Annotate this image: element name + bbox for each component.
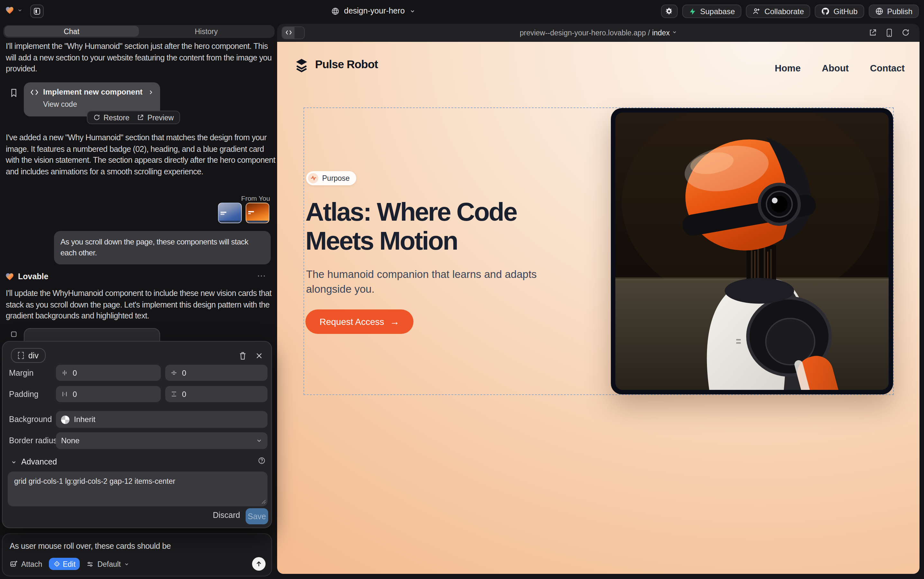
attach-image-icon [10,560,18,568]
element-tag: div [28,351,39,360]
transparency-swatch-icon [61,415,69,424]
padding-label: Padding [9,390,39,399]
github-button[interactable]: GitHub [815,5,864,18]
settings-button[interactable] [661,5,678,18]
border-radius-label: Border radius [9,436,57,445]
target-icon [53,560,60,568]
site-canvas: Pulse Robot Home About Contact Purpose A… [277,41,919,574]
save-button[interactable]: Save [246,508,268,524]
border-radius-select[interactable]: None [56,432,268,449]
view-code-link[interactable]: View code [43,100,153,108]
nav-contact[interactable]: Contact [870,63,905,73]
chat-composer[interactable]: As user mouse roll over, these cards sho… [2,533,272,576]
chevron-down-icon [124,561,129,566]
chevron-down-icon [256,437,262,444]
request-access-button[interactable]: Request Access → [305,309,414,334]
preview-button[interactable]: Preview [137,114,174,121]
advanced-toggle[interactable]: Advanced [11,457,57,466]
lovable-heart-icon [5,6,14,15]
resize-handle-icon[interactable] [260,499,266,504]
site-nav: Home About Contact [775,63,905,73]
publish-button[interactable]: Publish [868,5,919,18]
preview-panel: preview--design-your-hero.lovable.app / … [277,23,919,574]
chevron-down-icon [409,8,415,14]
topbar: design-your-hero Supabase Collaborate Gi… [0,0,924,23]
composer-draft-text[interactable]: As user mouse roll over, these cards sho… [10,542,171,551]
tab-history[interactable]: History [139,26,274,37]
site-brand[interactable]: Pulse Robot [294,57,378,72]
chat-mode-select[interactable]: Default [87,560,129,568]
padding-y-input[interactable]: 0 [165,386,268,402]
attach-button[interactable]: Attach [10,560,42,568]
send-button[interactable] [252,557,266,571]
close-icon[interactable] [255,352,263,360]
project-name: design-your-hero [344,7,405,15]
gear-icon [665,7,674,15]
padding-x-icon [61,391,68,397]
chevron-down-icon [17,8,23,13]
preview-url[interactable]: preview--design-your-hero.lovable.app / … [277,29,919,36]
purpose-badge: Purpose [306,171,356,185]
edit-mode-button[interactable]: Edit [49,558,80,570]
sidebar-toggle-button[interactable] [30,5,44,18]
hero-robot-card [611,108,893,394]
refresh-icon[interactable] [901,28,910,37]
person-plus-icon [752,7,761,15]
background-label: Background [9,415,52,424]
margin-x-input[interactable]: 0 [56,365,161,381]
lovable-menu[interactable] [5,6,23,15]
component-title: Implement new component [43,87,144,96]
more-options-icon[interactable] [257,275,266,277]
chat-panel: Chat History I'll implement the "Why Hum… [0,23,277,579]
margin-label: Margin [9,369,33,378]
assistant-message-3: I'll update the WhyHumanoid component to… [6,288,278,322]
code-icon [30,88,39,95]
assistant-name: Lovable [18,272,49,281]
robot-image [615,113,888,390]
attachment-thumbnail-blue[interactable] [218,203,242,223]
restore-button[interactable]: Restore [93,114,129,121]
margin-x-icon [61,369,68,376]
version-actions: Restore Preview [87,111,180,124]
pulse-icon [308,173,318,183]
assistant-header: Lovable [5,272,49,281]
trash-icon[interactable] [238,351,247,360]
tab-chat[interactable]: Chat [4,26,139,37]
hero-heading: Atlas: Where Code Meets Motion [305,197,517,255]
padding-x-input[interactable]: 0 [56,386,161,402]
mobile-view-icon[interactable] [885,28,893,37]
supabase-button[interactable]: Supabase [682,5,741,18]
publish-globe-icon [875,7,883,15]
from-you-label: From You [241,194,270,202]
padding-y-icon [170,391,178,397]
hero-subtitle: The humanoid companion that learns and a… [306,267,566,297]
collaborate-button[interactable]: Collaborate [746,5,810,18]
lovable-heart-icon [5,272,14,281]
element-outline-icon [18,352,24,359]
component-icon-partial [10,331,17,338]
margin-y-icon [170,369,178,376]
globe-icon [331,7,340,15]
chat-tabs: Chat History [3,25,274,38]
sliders-icon [87,560,94,568]
layers-icon [294,57,309,72]
margin-y-input[interactable]: 0 [165,365,268,381]
project-switcher[interactable]: design-your-hero [331,7,415,15]
chevron-down-icon [672,29,677,34]
github-icon [821,7,830,15]
app: design-your-hero Supabase Collaborate Gi… [0,0,924,579]
advanced-classes-textarea[interactable]: grid grid-cols-1 lg:grid-cols-2 gap-12 i… [8,471,268,506]
bookmark-icon[interactable] [10,88,18,98]
open-in-new-tab-icon[interactable] [869,28,877,37]
arrow-right-icon: → [390,316,400,327]
attachment-thumbnail-orange[interactable] [246,203,269,223]
discard-button[interactable]: Discard [213,511,240,520]
nav-home[interactable]: Home [775,63,801,73]
background-input[interactable]: Inherit [56,411,268,428]
chevron-right-icon [148,89,153,95]
nav-about[interactable]: About [822,63,849,73]
help-icon[interactable] [258,457,266,465]
user-message-bubble: As you scroll down the page, these compo… [54,231,271,264]
selected-element-chip[interactable]: div [11,348,46,363]
assistant-message-1: I'll implement the "Why Humanoid" sectio… [6,41,276,75]
